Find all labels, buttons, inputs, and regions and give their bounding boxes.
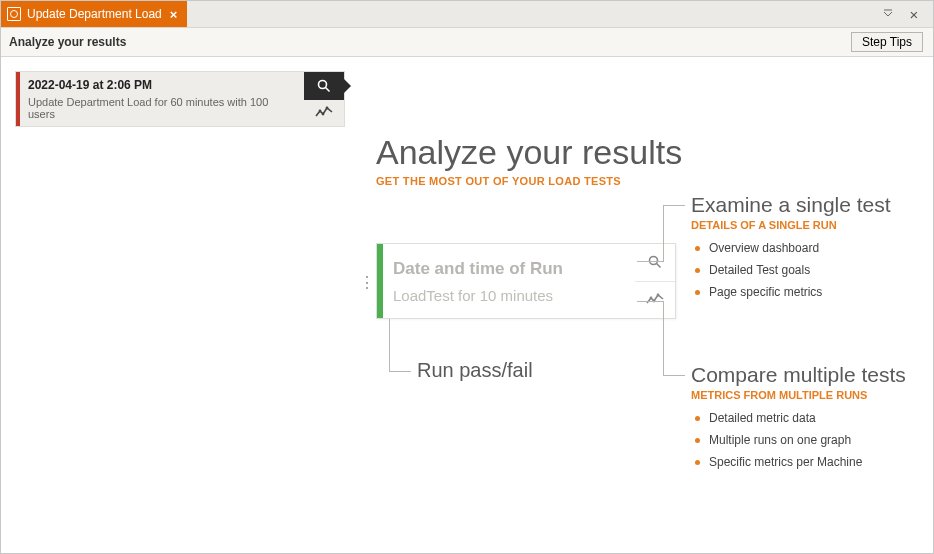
example-detail-button (635, 244, 675, 281)
run-card[interactable]: 2022-04-19 at 2:06 PM Update Department … (15, 71, 345, 127)
run-text: 2022-04-19 at 2:06 PM Update Department … (20, 72, 304, 126)
main-area: 2022-04-19 at 2:06 PM Update Department … (1, 57, 933, 553)
svg-point-5 (326, 107, 329, 110)
svg-point-10 (657, 293, 660, 296)
svg-line-7 (657, 264, 661, 268)
document-icon (7, 7, 21, 21)
example-run-card: Date and time of Run LoadTest for 10 min… (376, 243, 676, 319)
titlebar: Update Department Load × × (1, 1, 933, 27)
search-icon (316, 78, 332, 94)
compare-list: Detailed metric data Multiple runs on on… (695, 411, 862, 477)
page-title: Analyze your results (376, 133, 682, 172)
page-subtitle: GET THE MOST OUT OF YOUR LOAD TESTS (376, 175, 621, 187)
connector-line (637, 301, 651, 302)
list-item: Page specific metrics (695, 285, 822, 299)
examine-heading: Examine a single test (691, 193, 891, 217)
run-passfail-label: Run pass/fail (417, 359, 533, 382)
svg-point-1 (319, 81, 327, 89)
svg-point-4 (322, 113, 325, 116)
example-actions (635, 244, 675, 318)
connector-line (637, 261, 651, 262)
svg-point-8 (650, 296, 653, 299)
subheader: Analyze your results Step Tips (1, 27, 933, 57)
trend-icon (646, 293, 664, 307)
connector-line (389, 319, 390, 372)
list-item: Specific metrics per Machine (695, 455, 862, 469)
compare-heading: Compare multiple tests (691, 363, 906, 387)
connector-line (663, 205, 664, 261)
run-graph-button[interactable] (304, 100, 344, 126)
examine-list: Overview dashboard Detailed Test goals P… (695, 241, 822, 307)
subheader-title: Analyze your results (9, 35, 126, 49)
connector-line (663, 375, 685, 376)
example-graph-button (635, 281, 675, 319)
trend-icon (315, 106, 333, 120)
tab-close-icon[interactable]: × (168, 7, 180, 22)
step-tips-button[interactable]: Step Tips (851, 32, 923, 52)
run-description: Update Department Load for 60 minutes wi… (28, 96, 296, 120)
list-item: Detailed Test goals (695, 263, 822, 277)
window-close-icon[interactable]: × (903, 4, 925, 24)
example-text: Date and time of Run LoadTest for 10 min… (383, 244, 635, 318)
document-tab[interactable]: Update Department Load × (1, 1, 187, 27)
list-item: Overview dashboard (695, 241, 822, 255)
titlebar-controls: × (877, 1, 933, 27)
list-item: Detailed metric data (695, 411, 862, 425)
connector-line (389, 371, 411, 372)
search-icon (647, 254, 663, 270)
svg-line-2 (326, 88, 330, 92)
connector-line (663, 301, 664, 375)
tab-title: Update Department Load (27, 7, 162, 21)
list-item: Multiple runs on one graph (695, 433, 862, 447)
window-options-icon[interactable] (877, 4, 899, 24)
example-date-placeholder: Date and time of Run (393, 259, 625, 279)
run-actions (304, 72, 344, 126)
window: Update Department Load × × Analyze your … (0, 0, 934, 554)
connector-line (651, 261, 664, 262)
examine-subtitle: DETAILS OF A SINGLE RUN (691, 219, 837, 231)
connector-line (663, 205, 685, 206)
example-desc-placeholder: LoadTest for 10 minutes (393, 287, 625, 304)
svg-point-3 (319, 110, 322, 113)
compare-subtitle: METRICS FROM MULTIPLE RUNS (691, 389, 867, 401)
run-date: 2022-04-19 at 2:06 PM (28, 78, 296, 92)
run-detail-button[interactable] (304, 72, 344, 100)
